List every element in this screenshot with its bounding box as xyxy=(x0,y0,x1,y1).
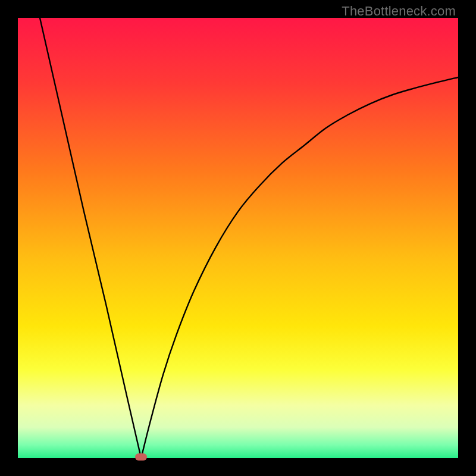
curve-left-branch xyxy=(40,18,141,458)
plot-area xyxy=(18,18,458,458)
watermark-text: TheBottleneck.com xyxy=(342,4,456,19)
chart-frame xyxy=(18,18,458,458)
curve-right-branch xyxy=(141,77,458,458)
bottleneck-curve xyxy=(18,18,458,458)
optimum-marker xyxy=(135,453,147,461)
